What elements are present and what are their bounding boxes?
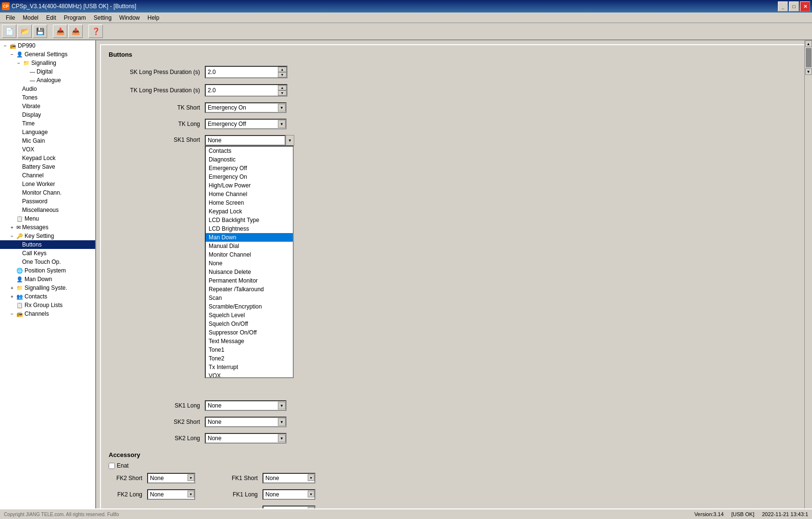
sidebar-item-key-setting[interactable]: − 🔑 Key Setting xyxy=(0,232,95,240)
toggle-key-setting[interactable]: − xyxy=(9,233,15,239)
sidebar-item-miscellaneous[interactable]: Miscellaneous xyxy=(0,206,95,214)
fk2-long-select[interactable]: None xyxy=(147,489,195,500)
list-item-none[interactable]: None xyxy=(206,259,293,268)
list-item-tx-interrupt[interactable]: Tx Interrupt xyxy=(206,363,293,371)
toolbar-new[interactable]: 📄 xyxy=(2,25,16,38)
sidebar-item-rx-group-lists[interactable]: 📋 Rx Group Lists xyxy=(0,301,95,309)
list-item-home-screen[interactable]: Home Screen xyxy=(206,198,293,207)
sidebar-item-man-down[interactable]: 👤 Man Down xyxy=(0,275,95,284)
sk1-short-value[interactable]: None xyxy=(205,135,286,146)
toolbar-help[interactable]: ❓ xyxy=(88,25,103,38)
toolbar-open[interactable]: 📂 xyxy=(17,25,32,38)
tk-short-select[interactable]: Emergency On Emergency Off None xyxy=(205,102,287,113)
sk2-long-select[interactable]: None xyxy=(205,433,287,444)
sidebar-item-buttons[interactable]: Buttons xyxy=(0,240,95,249)
minimize-button[interactable]: _ xyxy=(778,1,788,12)
list-item-text-message[interactable]: Text Message xyxy=(206,337,293,346)
sk1-short-dropdown-arrow[interactable]: ▼ xyxy=(286,135,294,146)
menu-file[interactable]: File xyxy=(2,13,19,22)
list-item-scan[interactable]: Scan xyxy=(206,294,293,302)
sidebar-item-position-system[interactable]: 🌐 Position System xyxy=(0,266,95,275)
list-item-manual-dial[interactable]: Manual Dial xyxy=(206,242,293,250)
list-item-home-channel[interactable]: Home Channel xyxy=(206,190,293,198)
sidebar-item-messages[interactable]: + ✉ Messages xyxy=(0,223,95,232)
sidebar-item-general-settings[interactable]: − 👤 General Settings xyxy=(0,50,95,59)
sidebar-item-vibrate[interactable]: Vibrate xyxy=(0,102,95,111)
sidebar-item-time[interactable]: Time xyxy=(0,119,95,128)
toolbar-export[interactable]: 📤 xyxy=(68,25,83,38)
list-item-tone2[interactable]: Tone2 xyxy=(206,354,293,363)
toggle-general-settings[interactable]: − xyxy=(9,51,15,58)
sk-spin-up[interactable]: ▲ xyxy=(278,67,287,72)
enable-checkbox[interactable] xyxy=(109,463,115,469)
list-item-man-down[interactable]: Man Down xyxy=(206,233,293,242)
list-item-tone1[interactable]: Tone1 xyxy=(206,346,293,354)
tk-spin-up[interactable]: ▲ xyxy=(278,85,287,90)
list-item-squelch-level[interactable]: Squelch Level xyxy=(206,311,293,320)
menu-help[interactable]: Help xyxy=(144,13,163,22)
list-item-nuisance-delete[interactable]: Nuisance Delete xyxy=(206,268,293,276)
sk-spin-down[interactable]: ▼ xyxy=(278,72,287,77)
sidebar-item-monitor-channel[interactable]: Monitor Chann. xyxy=(0,188,95,197)
gk-short-select[interactable]: None xyxy=(262,506,315,508)
sk1-long-select[interactable]: None xyxy=(205,400,287,411)
fk1-long-select[interactable]: None xyxy=(262,489,315,500)
fk2-short-select[interactable]: None xyxy=(147,473,195,483)
sidebar-item-digital[interactable]: — Digital xyxy=(0,67,95,76)
sidebar-item-lone-worker[interactable]: Lone Worker xyxy=(0,180,95,188)
toggle-channels[interactable]: − xyxy=(9,310,15,317)
sk-long-press-input[interactable] xyxy=(206,67,278,77)
tk-spin-down[interactable]: ▼ xyxy=(278,90,287,96)
scroll-up-button[interactable]: ▲ xyxy=(805,40,812,47)
list-item-diagnostic[interactable]: Diagnostic xyxy=(206,155,293,164)
scroll-thumb[interactable] xyxy=(806,48,812,67)
toggle-signalling[interactable]: − xyxy=(15,60,22,66)
toolbar-save[interactable]: 💾 xyxy=(33,25,47,38)
sidebar-item-contacts[interactable]: + 👥 Contacts xyxy=(0,292,95,301)
sidebar-item-channel[interactable]: Channel xyxy=(0,171,95,180)
sk2-short-select[interactable]: None xyxy=(205,417,287,427)
list-item-high-low-power[interactable]: High/Low Power xyxy=(206,181,293,190)
tk-long-select[interactable]: Emergency Off Emergency On None xyxy=(205,119,287,129)
sidebar-item-signalling[interactable]: − 📁 Signalling xyxy=(0,59,95,67)
scroll-down-button[interactable]: ▼ xyxy=(805,68,812,75)
close-button[interactable]: ✕ xyxy=(800,1,810,12)
sidebar-item-analogue[interactable]: — Analogue xyxy=(0,76,95,85)
sidebar-item-menu[interactable]: 📋 Menu xyxy=(0,214,95,223)
sidebar-item-signalling-sys[interactable]: + 📁 Signalling Syste. xyxy=(0,284,95,292)
sidebar-item-display[interactable]: Display xyxy=(0,111,95,119)
list-item-emergency-on[interactable]: Emergency On xyxy=(206,173,293,181)
sidebar-item-call-keys[interactable]: Call Keys xyxy=(0,249,95,258)
sidebar-item-language[interactable]: Language xyxy=(0,128,95,136)
list-item-scramble-encryption[interactable]: Scramble/Encryption xyxy=(206,302,293,311)
list-item-emergency-off[interactable]: Emergency Off xyxy=(206,164,293,173)
menu-setting[interactable]: Setting xyxy=(90,13,115,22)
list-item-contacts[interactable]: Contacts xyxy=(206,147,293,155)
maximize-button[interactable]: □ xyxy=(789,1,799,12)
fk1-short-select[interactable]: None xyxy=(262,473,315,483)
list-item-repeater-talkaround[interactable]: Repeater /Talkaround xyxy=(206,285,293,294)
list-item-vox[interactable]: VOX xyxy=(206,371,293,377)
sidebar-item-tones[interactable]: Tones xyxy=(0,93,95,102)
list-item-permanent-monitor[interactable]: Permanent Monitor xyxy=(206,276,293,285)
toolbar-import[interactable]: 📥 xyxy=(53,25,67,38)
toggle-dp990[interactable]: − xyxy=(2,42,9,49)
tk-long-press-input[interactable] xyxy=(206,85,278,96)
sidebar-item-channels[interactable]: − 📻 Channels xyxy=(0,309,95,318)
toggle-messages[interactable]: + xyxy=(9,224,15,231)
sidebar-item-keypad-lock[interactable]: Keypad Lock xyxy=(0,154,95,162)
list-item-lcd-brightness[interactable]: LCD Brightness xyxy=(206,224,293,233)
sidebar-item-dp990[interactable]: − 📻 DP990 xyxy=(0,41,95,50)
sidebar-item-one-touch-op[interactable]: One Touch Op. xyxy=(0,258,95,266)
toggle-signalling-sys[interactable]: + xyxy=(9,284,15,291)
sidebar-item-audio[interactable]: Audio xyxy=(0,85,95,93)
sidebar-item-vox[interactable]: VOX xyxy=(0,145,95,154)
list-item-monitor-channel[interactable]: Monitor Channel xyxy=(206,250,293,259)
list-item-suppressor-onoff[interactable]: Suppressor On/Off xyxy=(206,328,293,337)
menu-model[interactable]: Model xyxy=(19,13,42,22)
menu-program[interactable]: Program xyxy=(60,13,90,22)
list-item-squelch-onoff[interactable]: Squelch On/Off xyxy=(206,320,293,328)
sidebar-item-password[interactable]: Password xyxy=(0,197,95,206)
list-item-lcd-backlight-type[interactable]: LCD Backlight Type xyxy=(206,216,293,224)
list-item-keypad-lock[interactable]: Keypad Lock xyxy=(206,207,293,216)
